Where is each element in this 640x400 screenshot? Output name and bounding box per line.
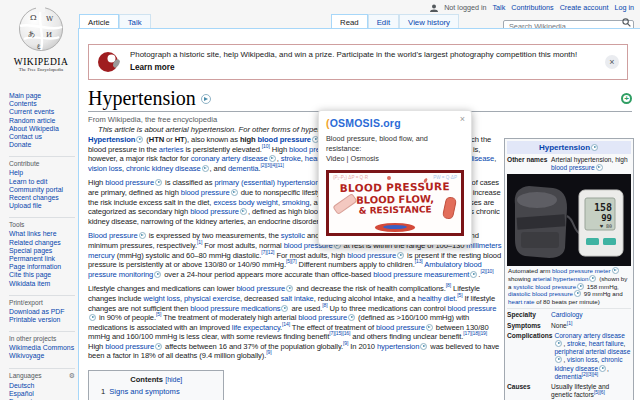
- osmosis-link-icon[interactable]: [139, 232, 146, 239]
- wiki-link[interactable]: dementia: [228, 164, 258, 173]
- reference-link[interactable]: [5][6]: [594, 389, 605, 395]
- video-thumbnail[interactable]: (P₁-P₂) ΔP = Q·R PW = Q·ΔP BLOOD PRESSUR…: [326, 170, 464, 236]
- tab-article[interactable]: Article: [79, 14, 119, 29]
- wiki-link[interactable]: salt intake: [281, 294, 314, 303]
- sidebar-item-current-events[interactable]: Current events: [9, 108, 75, 116]
- sidebar-item-permanent-link[interactable]: Permanent link: [9, 255, 75, 263]
- sidebar-item-special-pages[interactable]: Special pages: [9, 247, 75, 255]
- sidebar-item-wikivoyage[interactable]: Wikivoyage: [9, 352, 75, 360]
- reference-link[interactable]: [2][10]: [480, 268, 493, 274]
- reference-link[interactable]: [2][3][4][11]: [260, 162, 283, 168]
- osmosis-title-icon[interactable]: [201, 94, 211, 104]
- osmosis-link-icon[interactable]: [154, 271, 161, 278]
- wiki-link[interactable]: blood pressure: [347, 251, 396, 260]
- wiki-link[interactable]: vision loss: [567, 356, 597, 363]
- reference-link[interactable]: [14]: [282, 321, 290, 327]
- sidebar-item-download-as-pdf[interactable]: Download as PDF: [9, 308, 75, 316]
- wiki-link[interactable]: chronic kidney disease: [126, 164, 201, 173]
- green-plus-icon[interactable]: +: [621, 93, 632, 104]
- wiki-link[interactable]: blood pressure: [181, 188, 230, 197]
- osmosis-link-icon[interactable]: [426, 324, 433, 331]
- wiki-link[interactable]: weight loss: [143, 294, 179, 303]
- wiki-link[interactable]: blood pressure: [105, 342, 154, 351]
- banner-close-button[interactable]: ×: [605, 55, 619, 69]
- osmosis-link-icon[interactable]: [231, 189, 238, 196]
- personal-link-create-account[interactable]: Create account: [560, 3, 609, 12]
- blood-pressure-monitor-photo[interactable]: 158 99 ♥ 80: [507, 174, 631, 266]
- tab-view-history[interactable]: View history: [399, 14, 459, 29]
- toc-hide-toggle[interactable]: [hide]: [165, 376, 182, 383]
- sidebar-item-contact-us[interactable]: Contact us: [9, 133, 75, 141]
- sidebar-item-recent-changes[interactable]: Recent changes: [9, 194, 75, 202]
- sidebar-item-help[interactable]: Help: [9, 169, 75, 177]
- wiki-link[interactable]: arteries: [159, 145, 184, 154]
- osmosis-link-icon[interactable]: [348, 314, 355, 321]
- osmosis-link-icon[interactable]: [577, 283, 584, 290]
- sidebar-item-related-changes[interactable]: Related changes: [9, 239, 75, 247]
- wiki-link[interactable]: systolic blood pressure: [513, 283, 576, 290]
- osmosis-link-icon[interactable]: [470, 271, 477, 278]
- wiki-link[interactable]: healthy diet: [418, 294, 456, 303]
- search-icon[interactable]: [622, 18, 631, 27]
- sidebar-item-wikidata-item[interactable]: Wikidata item: [9, 280, 75, 288]
- osmosis-link-icon[interactable]: [599, 365, 606, 372]
- wiki-link[interactable]: blood pressure: [236, 284, 285, 293]
- osmosis-link-icon[interactable]: [397, 252, 404, 259]
- languages-gear-icon[interactable]: ⚙: [69, 372, 75, 380]
- tab-read[interactable]: Read: [331, 14, 368, 29]
- osmosis-link-icon[interactable]: [555, 356, 562, 363]
- reference-link[interactable]: [7][12]: [261, 249, 274, 255]
- reference-link[interactable]: [17][18][19]: [463, 331, 487, 337]
- sidebar-item-main-page[interactable]: Main page: [9, 92, 75, 100]
- reference-link[interactable]: [1]: [567, 319, 573, 325]
- wiki-link[interactable]: blood pressure: [448, 304, 497, 313]
- osmosis-link-icon[interactable]: [155, 179, 162, 186]
- wiki-link[interactable]: blood pressure: [298, 313, 347, 322]
- reference-link[interactable]: [9]: [266, 350, 271, 356]
- osmosis-link-icon[interactable]: [420, 343, 427, 350]
- personal-link-contributions[interactable]: Contributions: [511, 3, 553, 12]
- wiki-link[interactable]: Blood pressure: [88, 231, 138, 240]
- wiki-link[interactable]: blood pressure meter: [552, 267, 610, 274]
- wiki-link[interactable]: blood pressure measurement: [373, 270, 469, 279]
- wiki-link[interactable]: Hypertension: [88, 135, 135, 144]
- osmosis-link-icon[interactable]: [269, 155, 276, 162]
- reference-link[interactable]: [7][15][16]: [329, 331, 350, 337]
- sidebar-item-espa-ol[interactable]: Español: [9, 390, 75, 398]
- sidebar-item-wikimedia-commons[interactable]: Wikimedia Commons: [9, 344, 75, 352]
- wiki-link[interactable]: blood pressure: [190, 207, 239, 216]
- reference-link[interactable]: [10]: [262, 143, 270, 149]
- wiki-link[interactable]: coronary artery disease: [191, 154, 268, 163]
- sidebar-item-donate[interactable]: Donate: [9, 141, 75, 149]
- popup-close-button[interactable]: ×: [460, 114, 465, 124]
- wiki-link[interactable]: blood pressure: [551, 164, 595, 171]
- osmosis-link-icon[interactable]: [281, 305, 288, 312]
- sidebar-item-community-portal[interactable]: Community portal: [9, 186, 75, 194]
- osmosis-link-icon[interactable]: [612, 267, 619, 274]
- toc-link[interactable]: Signs and symptoms: [109, 387, 179, 396]
- wiki-link[interactable]: peripheral arterial disease: [554, 348, 630, 355]
- wiki-link[interactable]: hypertension: [377, 342, 419, 351]
- sidebar-item-what-links-here[interactable]: What links here: [9, 230, 75, 238]
- osmosis-link-icon[interactable]: [574, 290, 581, 297]
- wiki-link[interactable]: primary (essential) hypertension: [214, 178, 319, 187]
- sidebar-item-learn-to-edit[interactable]: Learn to edit: [9, 178, 75, 186]
- osmosis-link-icon[interactable]: [202, 165, 209, 172]
- wiki-link[interactable]: diastolic blood pressure: [508, 290, 573, 297]
- sidebar-item-printable-version[interactable]: Printable version: [9, 316, 75, 324]
- osmosis-link-icon[interactable]: [240, 208, 247, 215]
- infobox-title[interactable]: Hypertension: [507, 141, 631, 154]
- sidebar-item-random-article[interactable]: Random article: [9, 117, 75, 125]
- wiki-link[interactable]: Coronary artery disease: [554, 332, 624, 339]
- wiki-link[interactable]: life expectancy: [232, 323, 280, 332]
- wikipedia-logo[interactable]: Ω W あ И ع WIKIPEDIA The Free Encyclopedi…: [8, 6, 74, 72]
- wiki-link[interactable]: blood pressure: [376, 323, 425, 332]
- sidebar-item-deutsch[interactable]: Deutsch: [9, 382, 75, 390]
- wiki-link[interactable]: smoking: [282, 198, 310, 207]
- sidebar-item-page-information[interactable]: Page information: [9, 263, 75, 271]
- osmosis-link-icon[interactable]: [591, 144, 598, 151]
- wiki-link[interactable]: Cardiology: [551, 311, 583, 318]
- personal-link-log-in[interactable]: Log in: [614, 3, 634, 12]
- osmosis-link-icon[interactable]: [596, 164, 603, 171]
- wiki-link[interactable]: systolic: [281, 231, 305, 240]
